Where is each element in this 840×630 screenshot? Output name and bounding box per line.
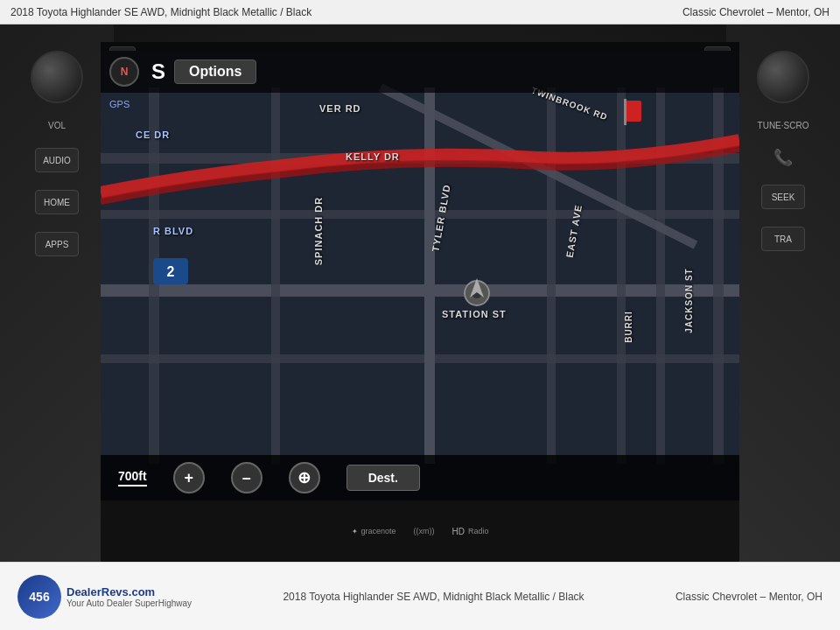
home-btn[interactable]: HOME xyxy=(35,190,79,214)
hd-radio-label: Radio xyxy=(468,527,489,536)
tra-btn[interactable]: TRA xyxy=(761,227,805,251)
sirius-label: ((xm)) xyxy=(414,527,435,536)
svg-rect-18 xyxy=(626,101,641,122)
road-label-ver: VER RD xyxy=(319,103,361,114)
bottom-dealer-info: Classic Chevrolet – Mentor, OH xyxy=(676,591,822,603)
right-controls-panel: TUNE·SCRO 📞 SEEK TRA xyxy=(726,24,840,562)
scale-indicator: 700ft xyxy=(118,469,147,486)
gps-label: GPS xyxy=(109,99,130,109)
road-label-spinach: SPINACH DR xyxy=(313,197,324,265)
zoom-in-button[interactable]: + xyxy=(173,462,205,494)
header-bar: 2018 Toyota Highlander SE AWD, Midnight … xyxy=(0,0,840,24)
navigation-screen: 2 VER RD KELLY DR TWINBROOK RD TYLER BLV… xyxy=(101,51,739,500)
nav-top-bar: N S Options xyxy=(101,51,739,93)
logo-circle: 456 xyxy=(18,575,61,619)
phone-icon[interactable]: 📞 xyxy=(774,148,793,167)
road-label-kelly: KELLY DR xyxy=(346,151,400,162)
road-label-rblvd: R BLVD xyxy=(153,226,193,236)
bottom-car-title: 2018 Toyota Highlander SE AWD, Midnight … xyxy=(283,591,584,603)
svg-rect-4 xyxy=(101,354,739,363)
road-label-jackson: JACKSON ST xyxy=(684,268,694,332)
gracenote-label: gracenote xyxy=(361,527,396,536)
logo-area: 456 DealerRevs.com Your Auto Dealer Supe… xyxy=(18,575,192,619)
left-controls-panel: VOL AUDIO HOME APPS xyxy=(0,24,114,562)
seek-btn[interactable]: SEEK xyxy=(761,185,805,209)
svg-rect-10 xyxy=(656,88,665,464)
road-label-cedr: CE DR xyxy=(136,130,170,140)
apps-btn[interactable]: APPS xyxy=(35,232,79,256)
tune-label: TUNE·SCRO xyxy=(758,121,809,130)
road-label-burri: BURRI xyxy=(624,311,634,343)
car-interior: VOL AUDIO HOME APPS TUNE·SCRO 📞 SEEK TRA… xyxy=(0,24,840,562)
bottom-dealer-name: Classic Chevrolet – Mentor, OH xyxy=(676,591,822,603)
bottom-bar: 456 DealerRevs.com Your Auto Dealer Supe… xyxy=(0,562,840,630)
logo-numbers: 456 xyxy=(29,590,49,604)
vol-knob[interactable] xyxy=(31,51,83,103)
road-label-station: STATION ST xyxy=(442,309,507,319)
dest-button[interactable]: Dest. xyxy=(346,465,420,491)
logo-sub-text: Your Auto Dealer SuperHighway xyxy=(66,598,192,608)
compass: N xyxy=(109,57,139,87)
logo-main-text: DealerRevs.com xyxy=(66,585,192,598)
orient-button[interactable]: ⊕ xyxy=(289,462,320,494)
header-title-right: Classic Chevrolet – Mentor, OH xyxy=(682,6,830,18)
nav-bottom-bar: 700ft + – ⊕ Dest. xyxy=(101,455,739,500)
options-button[interactable]: Options xyxy=(174,60,256,84)
svg-text:2: 2 xyxy=(167,264,175,279)
svg-rect-19 xyxy=(624,99,626,125)
svg-rect-3 xyxy=(101,284,739,297)
compass-n: N xyxy=(121,66,129,78)
zoom-out-button[interactable]: – xyxy=(231,462,262,494)
audio-btn[interactable]: AUDIO xyxy=(35,148,79,172)
svg-rect-8 xyxy=(547,88,556,464)
map-roads-svg: 2 xyxy=(101,51,739,500)
bottom-car-info: 2018 Toyota Highlander SE AWD, Midnight … xyxy=(283,591,584,603)
svg-rect-9 xyxy=(617,88,626,464)
svg-rect-7 xyxy=(424,88,435,464)
vol-label: VOL xyxy=(48,121,66,130)
screen-bottom-strip: ✦ gracenote ((xm)) HD Radio xyxy=(101,500,739,562)
svg-rect-0 xyxy=(101,88,739,464)
tune-knob[interactable] xyxy=(757,51,809,103)
header-title-left: 2018 Toyota Highlander SE AWD, Midnight … xyxy=(10,6,682,18)
direction-indicator: S xyxy=(151,60,165,84)
svg-rect-6 xyxy=(271,88,280,464)
